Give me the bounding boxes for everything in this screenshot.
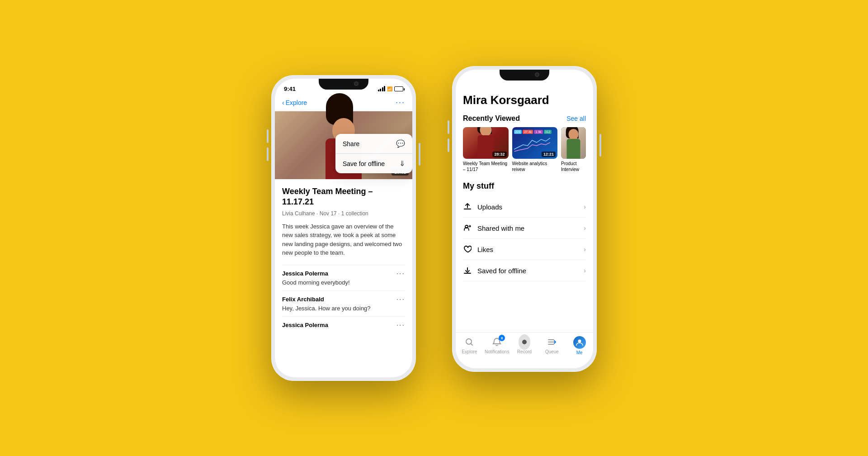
- search-icon: [463, 336, 475, 348]
- chevron-right-icon: ›: [584, 224, 586, 232]
- notification-badge: 8: [499, 335, 505, 341]
- volume-up-button[interactable]: [267, 129, 269, 143]
- power-button[interactable]: [599, 134, 601, 157]
- volume-down-button[interactable]: [448, 138, 449, 152]
- save-offline-label: Save for offline: [343, 160, 385, 167]
- tab-me[interactable]: Me: [566, 336, 593, 355]
- svg-point-6: [522, 340, 527, 344]
- thumbnail-item[interactable]: 28:32 Weekly Team Meeting – 11/17: [463, 127, 509, 172]
- comment-options-button[interactable]: ···: [396, 321, 405, 329]
- saved-offline-label: Saved for offline: [477, 267, 526, 275]
- me-avatar-icon: [573, 336, 586, 349]
- record-icon: [519, 336, 530, 348]
- likes-label: Likes: [477, 246, 493, 253]
- thumb-title: Website analytics reivew: [512, 161, 558, 172]
- heart-icon: [463, 245, 472, 254]
- notch: [319, 79, 368, 90]
- comment-text: Good morning everybody!: [282, 279, 405, 286]
- likes-item[interactable]: Likes ›: [463, 239, 586, 260]
- comment-item: Felix Archibald ··· Hey, Jessica. How ar…: [282, 290, 405, 316]
- volume-down-button[interactable]: [267, 147, 269, 161]
- svg-rect-0: [464, 209, 471, 209]
- share-label: Share: [343, 140, 359, 147]
- svg-rect-4: [467, 267, 468, 271]
- tab-explore-label: Explore: [462, 349, 477, 354]
- comment-author: Felix Archibald: [282, 296, 324, 303]
- content-area: Weekly Team Meeting – 11.17.21 Livia Cul…: [275, 179, 412, 342]
- download-icon: ⇓: [399, 159, 405, 168]
- more-options-button[interactable]: ···: [396, 98, 405, 107]
- see-all-button[interactable]: See all: [566, 115, 586, 122]
- upload-icon: [463, 202, 472, 211]
- share-menu-item[interactable]: Share 💬: [335, 134, 412, 154]
- comment-text: Hey, Jessica. How are you doing?: [282, 305, 405, 312]
- profile-name: Mira Korsgaard: [463, 93, 586, 107]
- analytics-chart: [514, 136, 550, 152]
- wifi-icon: 📶: [387, 86, 392, 91]
- comment-item: Jessica Polerma ··· Good morning everybo…: [282, 265, 405, 290]
- thumb-title: Weekly Team Meeting – 11/17: [463, 161, 509, 172]
- video-meta: Livia Culhane · Nov 17 · 1 collection: [282, 210, 405, 217]
- svg-point-2: [465, 225, 468, 228]
- battery-icon: [394, 86, 403, 91]
- tab-queue-label: Queue: [545, 349, 559, 354]
- signal-icon: [378, 86, 386, 91]
- thumbnail-image: 223 27.4k 1.9k 312 12:21: [512, 127, 558, 159]
- svg-point-5: [466, 339, 472, 344]
- power-button[interactable]: [419, 143, 420, 166]
- svg-point-7: [578, 340, 581, 343]
- uploads-item[interactable]: Uploads ›: [463, 196, 586, 218]
- comment-author: Jessica Polerma: [282, 322, 328, 328]
- status-icons: 📶: [378, 86, 404, 91]
- thumb-timer: 28:32: [492, 152, 506, 157]
- tab-record-label: Record: [517, 349, 532, 354]
- chevron-right-icon: ›: [584, 267, 586, 274]
- status-time: 9:41: [284, 86, 296, 92]
- phone-right: Mira Korsgaard Recently Viewed See all: [452, 66, 597, 372]
- chevron-right-icon: ›: [584, 203, 586, 210]
- share-icon: [463, 223, 472, 233]
- tab-queue[interactable]: Queue: [538, 336, 566, 354]
- tab-notifications[interactable]: 8 Notifications: [483, 336, 511, 354]
- comment-author: Jessica Polerma: [282, 270, 328, 277]
- download-icon: [463, 266, 472, 275]
- thumb-timer: 12:21: [542, 152, 556, 157]
- recently-viewed-title: Recently Viewed: [463, 114, 520, 123]
- back-label: Explore: [286, 99, 307, 106]
- tab-bar: Explore 8 Notifications: [456, 332, 593, 368]
- comment-item: Jessica Polerma ···: [282, 316, 405, 335]
- svg-rect-3: [464, 273, 471, 274]
- bell-icon: 8: [491, 336, 503, 348]
- thumbnail-item[interactable]: Product Interview: [561, 127, 586, 172]
- thumbnail-item[interactable]: 223 27.4k 1.9k 312 12:21: [512, 127, 558, 172]
- profile-content: Mira Korsgaard Recently Viewed See all: [456, 86, 593, 348]
- context-menu: Share 💬 Save for offline ⇓: [335, 134, 412, 173]
- thumb-title: Product Interview: [561, 161, 586, 172]
- queue-icon: [546, 336, 558, 348]
- shared-with-me-item[interactable]: Shared with me ›: [463, 218, 586, 239]
- tab-record[interactable]: Record: [511, 336, 538, 354]
- notch: [500, 70, 549, 81]
- chevron-left-icon: ‹: [282, 99, 284, 106]
- front-camera: [354, 81, 359, 86]
- tab-notifications-label: Notifications: [485, 349, 509, 354]
- comment-options-button[interactable]: ···: [396, 270, 405, 278]
- uploads-label: Uploads: [477, 203, 502, 211]
- front-camera: [535, 72, 539, 77]
- volume-up-button[interactable]: [448, 120, 449, 134]
- saved-offline-item[interactable]: Saved for offline ›: [463, 260, 586, 281]
- video-area: 28:32 Share 💬 Save for offline ⇓: [275, 111, 412, 179]
- share-icon: 💬: [396, 139, 405, 148]
- save-offline-menu-item[interactable]: Save for offline ⇓: [335, 154, 412, 173]
- shared-label: Shared with me: [477, 224, 524, 232]
- back-button[interactable]: ‹ Explore: [282, 99, 307, 106]
- comment-list: Jessica Polerma ··· Good morning everybo…: [282, 265, 405, 335]
- tab-explore[interactable]: Explore: [456, 336, 483, 354]
- thumbnail-image: [561, 127, 586, 159]
- video-description: This week Jessica gave an overview of th…: [282, 222, 405, 257]
- phone-left: 9:41 📶 ‹ Ex: [271, 75, 416, 381]
- comment-options-button[interactable]: ···: [396, 295, 405, 304]
- thumbnail-image: 28:32: [463, 127, 509, 159]
- thumbnails-row: 28:32 Weekly Team Meeting – 11/17 223 27…: [463, 127, 586, 172]
- video-title: Weekly Team Meeting – 11.17.21: [282, 186, 405, 208]
